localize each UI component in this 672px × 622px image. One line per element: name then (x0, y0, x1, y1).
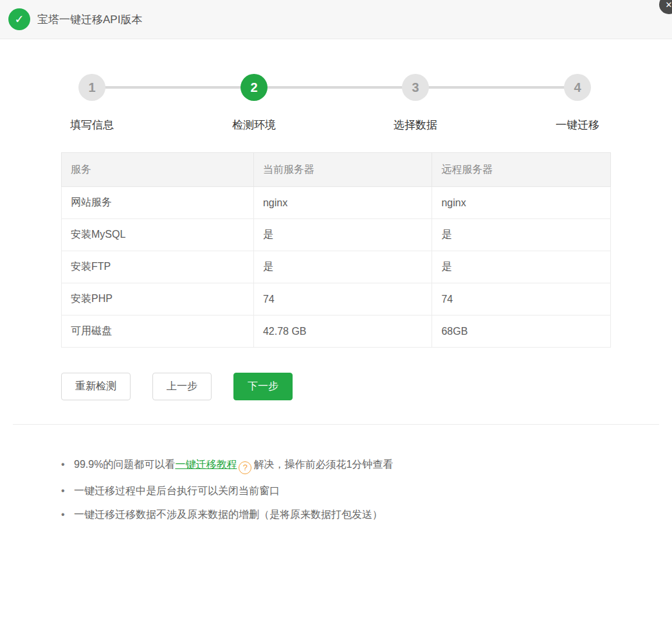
note-background: 一键迁移过程中是后台执行可以关闭当前窗口 (61, 483, 611, 498)
step-label-check-env: 检测环境 (206, 118, 302, 132)
step-circle-1: 1 (78, 74, 105, 101)
note-prefix: 99.9%的问题都可以看 (74, 459, 175, 470)
help-icon[interactable]: ? (239, 461, 251, 474)
section-divider (13, 424, 659, 425)
action-bar: 重新检测 上一步 下一步 (61, 373, 611, 400)
prev-step-button[interactable]: 上一步 (152, 373, 212, 400)
cell-remote: nginx (432, 187, 611, 219)
wizard-stepper: 1 2 3 4 填写信息 检测环境 选择数据 一键迁移 (61, 74, 611, 133)
cell-remote: 是 (432, 251, 611, 283)
cell-local: 42.78 GB (253, 315, 432, 348)
step-circle-4: 4 (564, 74, 591, 101)
close-icon: ✕ (666, 0, 672, 10)
tutorial-link[interactable]: 一键迁移教程 (175, 459, 237, 470)
cell-remote: 是 (432, 219, 611, 251)
header-local-server: 当前服务器 (253, 153, 432, 187)
header-remote-server: 远程服务器 (432, 153, 611, 187)
check-glyph: ✓ (14, 12, 24, 26)
next-step-button[interactable]: 下一步 (233, 373, 293, 400)
table-row: 可用磁盘 42.78 GB 68GB (62, 315, 611, 348)
cell-service: 可用磁盘 (62, 315, 254, 348)
cell-service: 安装MySQL (62, 219, 254, 251)
note-suffix: 解决，操作前必须花1分钟查看 (253, 459, 393, 470)
cell-remote: 74 (432, 283, 611, 315)
migration-dialog: ✓ 宝塔一键迁移API版本 ✕ 1 2 3 4 填写信息 检测环境 选择数据 一… (0, 0, 672, 622)
dialog-header: ✓ 宝塔一键迁移API版本 ✕ (0, 0, 672, 39)
table-header-row: 服务 当前服务器 远程服务器 (62, 153, 611, 187)
cell-local: 是 (253, 251, 432, 283)
table-row: 安装FTP 是 是 (62, 251, 611, 283)
success-check-icon: ✓ (8, 8, 30, 30)
note-data-safety: 一键迁移迁移数据不涉及原来数据的增删（是将原来数据打包发送） (61, 507, 611, 522)
step-label-migrate: 一键迁移 (529, 118, 626, 132)
cell-service: 网站服务 (62, 187, 254, 219)
cell-remote: 68GB (432, 315, 611, 348)
step-circle-2-active: 2 (241, 74, 268, 101)
cell-service: 安装FTP (62, 251, 254, 283)
env-check-table: 服务 当前服务器 远程服务器 网站服务 nginx nginx 安装MySQL … (61, 152, 611, 348)
dialog-title: 宝塔一键迁移API版本 (37, 12, 142, 27)
table-row: 安装PHP 74 74 (62, 283, 611, 315)
stepper-connector-line (92, 86, 577, 89)
cell-local: 是 (253, 219, 432, 251)
dialog-content: 1 2 3 4 填写信息 检测环境 选择数据 一键迁移 服务 当前服务器 远程服… (61, 74, 611, 400)
notes-list: 99.9%的问题都可以看一键迁移教程?解决，操作前必须花1分钟查看 一键迁移过程… (61, 457, 611, 522)
close-button[interactable]: ✕ (659, 0, 672, 14)
cell-local: nginx (253, 187, 432, 219)
step-label-select-data: 选择数据 (367, 118, 464, 132)
header-service: 服务 (62, 153, 254, 187)
cell-local: 74 (253, 283, 432, 315)
step-label-fill-info: 填写信息 (44, 118, 140, 132)
notes-section: 99.9%的问题都可以看一键迁移教程?解决，操作前必须花1分钟查看 一键迁移过程… (61, 457, 611, 522)
help-glyph: ? (243, 460, 248, 475)
table-row: 安装MySQL 是 是 (62, 219, 611, 251)
recheck-button[interactable]: 重新检测 (61, 373, 131, 400)
cell-service: 安装PHP (62, 283, 254, 315)
step-circle-3: 3 (402, 74, 429, 101)
table-row: 网站服务 nginx nginx (62, 187, 611, 219)
note-tutorial: 99.9%的问题都可以看一键迁移教程?解决，操作前必须花1分钟查看 (61, 457, 611, 474)
